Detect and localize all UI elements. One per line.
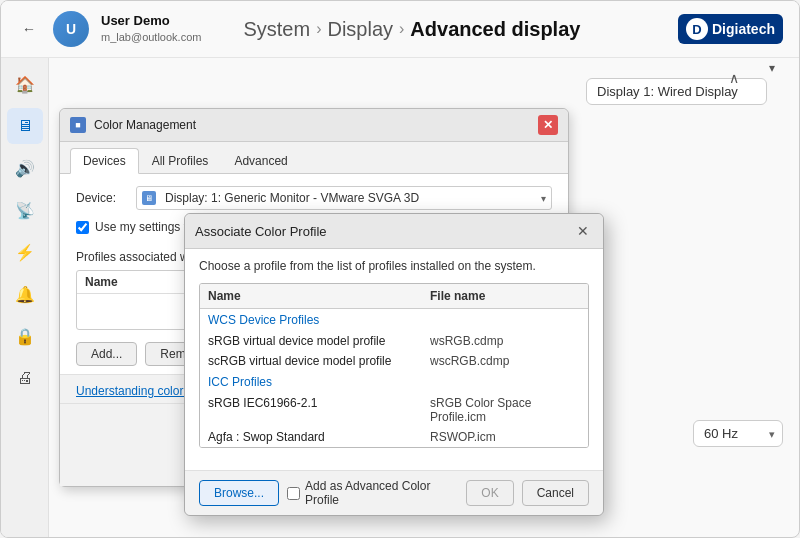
cell-name-srgb-iec: sRGB IEC61966-2.1 [208, 396, 430, 424]
sidebar-icon-notifications[interactable]: 🔔 [7, 276, 43, 312]
associate-color-profile-dialog: Associate Color Profile ✕ Choose a profi… [184, 213, 604, 516]
user-email: m_lab@outlook.com [101, 30, 201, 44]
device-row: Device: 🖥 Display: 1: Generic Monitor - … [76, 186, 552, 210]
col-filename-header: File name [430, 289, 580, 303]
assoc-body: Choose a profile from the list of profil… [185, 249, 603, 470]
device-select-wrap[interactable]: 🖥 Display: 1: Generic Monitor - VMware S… [136, 186, 552, 210]
content-panel: Display 1: Wired DisplayDisplay 2 60 Hz7… [49, 58, 799, 537]
assoc-close-button[interactable]: ✕ [573, 221, 593, 241]
color-mgmt-icon: ■ [70, 117, 86, 133]
user-name: User Demo [101, 13, 201, 30]
col-name-header: Name [208, 289, 430, 303]
color-mgmt-close-button[interactable]: ✕ [538, 115, 558, 135]
tab-advanced[interactable]: Advanced [221, 148, 300, 173]
hz-dropdown-wrap[interactable]: 60 Hz75 Hz144 Hz [693, 420, 783, 447]
cancel-button[interactable]: Cancel [522, 480, 589, 506]
browse-button[interactable]: Browse... [199, 480, 279, 506]
device-label: Device: [76, 191, 126, 205]
sidebar-icon-network[interactable]: 📡 [7, 192, 43, 228]
sidebar-icon-print[interactable]: 🖨 [7, 360, 43, 396]
use-my-settings-checkbox[interactable] [76, 221, 89, 234]
sidebar-icon-home[interactable]: 🏠 [7, 66, 43, 102]
assoc-title: Associate Color Profile [195, 224, 573, 239]
cell-name-agfa: Agfa : Swop Standard [208, 430, 430, 444]
add-button[interactable]: Add... [76, 342, 137, 366]
add-as-advanced-wrap: Add as Advanced Color Profile [287, 479, 458, 507]
sidebar-icon-security[interactable]: 🔒 [7, 318, 43, 354]
add-as-advanced-label[interactable]: Add as Advanced Color Profile [305, 479, 458, 507]
cell-file-agfa: RSWOP.icm [430, 430, 580, 444]
cell-file-srgb-iec: sRGB Color Space Profile.icm [430, 396, 580, 424]
assoc-titlebar: Associate Color Profile ✕ [185, 214, 603, 249]
hz-dropdown-inner: 60 Hz75 Hz144 Hz [693, 420, 783, 447]
wcs-section-label: WCS Device Profiles [200, 309, 588, 331]
cell-file-scrgb-virtual: wscRGB.cdmp [430, 354, 580, 368]
hz-select[interactable]: 60 Hz75 Hz144 Hz [693, 420, 783, 447]
cell-file-srgb-virtual: wsRGB.cdmp [430, 334, 580, 348]
display-selector[interactable]: Display 1: Wired DisplayDisplay 2 [586, 78, 767, 105]
assoc-row-srgb-virtual[interactable]: sRGB virtual device model profile wsRGB.… [200, 331, 588, 351]
breadcrumb-active: Advanced display [410, 18, 580, 41]
breadcrumb: System › Display › Advanced display [243, 18, 666, 41]
sidebar-icon-power[interactable]: ⚡ [7, 234, 43, 270]
assoc-row-srgb-iec[interactable]: sRGB IEC61966-2.1 sRGB Color Space Profi… [200, 393, 588, 427]
main-area: 🏠 🖥 🔊 📡 ⚡ 🔔 🔒 🖨 Display 1: Wired Display… [1, 58, 799, 537]
tab-devices[interactable]: Devices [70, 148, 139, 174]
assoc-table: Name File name WCS Device Profiles sRGB … [199, 283, 589, 448]
assoc-table-body: WCS Device Profiles sRGB virtual device … [200, 309, 588, 447]
color-mgmt-title: Color Management [94, 118, 530, 132]
color-mgmt-tabs: Devices All Profiles Advanced [60, 142, 568, 174]
logo-icon: D [686, 18, 708, 40]
back-button[interactable]: ← [17, 17, 41, 41]
assoc-table-header: Name File name [200, 284, 588, 309]
title-bar: ← U User Demo m_lab@outlook.com System ›… [1, 1, 799, 58]
device-icon: 🖥 [142, 191, 156, 205]
assoc-row-agfa[interactable]: Agfa : Swop Standard RSWOP.icm [200, 427, 588, 447]
breadcrumb-sep1: › [316, 20, 321, 38]
ok-button[interactable]: OK [466, 480, 513, 506]
user-info: User Demo m_lab@outlook.com [101, 13, 201, 44]
brand-logo: D Digiatech [678, 14, 783, 44]
icc-section-label: ICC Profiles [200, 371, 588, 393]
settings-window: ← U User Demo m_lab@outlook.com System ›… [0, 0, 800, 538]
sidebar: 🏠 🖥 🔊 📡 ⚡ 🔔 🔒 🖨 [1, 58, 49, 537]
cell-name-scrgb-virtual: scRGB virtual device model profile [208, 354, 430, 368]
breadcrumb-system[interactable]: System [243, 18, 310, 41]
breadcrumb-sep2: › [399, 20, 404, 38]
color-mgmt-titlebar: ■ Color Management ✕ [60, 109, 568, 142]
add-as-advanced-checkbox[interactable] [287, 487, 300, 500]
collapse-arrow[interactable]: ∧ [729, 70, 739, 86]
device-select[interactable]: Display: 1: Generic Monitor - VMware SVG… [136, 186, 552, 210]
breadcrumb-display[interactable]: Display [327, 18, 393, 41]
assoc-row-scrgb-virtual[interactable]: scRGB virtual device model profile wscRG… [200, 351, 588, 371]
sidebar-icon-sound[interactable]: 🔊 [7, 150, 43, 186]
avatar: U [53, 11, 89, 47]
assoc-footer: Browse... Add as Advanced Color Profile … [185, 470, 603, 515]
tab-all-profiles[interactable]: All Profiles [139, 148, 222, 173]
cell-name-srgb-virtual: sRGB virtual device model profile [208, 334, 430, 348]
assoc-description: Choose a profile from the list of profil… [199, 259, 589, 273]
sidebar-icon-display[interactable]: 🖥 [7, 108, 43, 144]
